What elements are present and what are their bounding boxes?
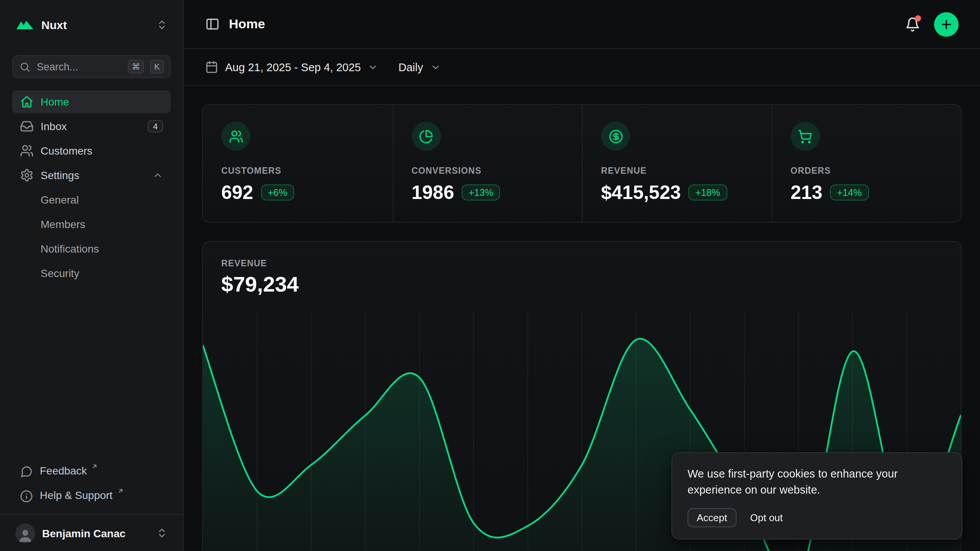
chevron-down-icon xyxy=(430,62,441,72)
workspace-switcher[interactable]: Nuxt xyxy=(12,6,171,43)
page-title: Home xyxy=(229,16,265,32)
external-link-icon xyxy=(117,487,124,494)
sidebar-item-home[interactable]: Home xyxy=(12,90,171,113)
filter-toolbar: Aug 21, 2025 - Sep 4, 2025 Daily xyxy=(184,49,980,86)
sidebar-item-notifications[interactable]: Notifications xyxy=(12,237,171,260)
chevrons-up-down-icon xyxy=(156,19,168,30)
search-icon xyxy=(19,61,31,72)
stat-card-revenue[interactable]: REVENUE $415,523 +18% xyxy=(582,105,771,222)
sidebar-item-customers[interactable]: Customers xyxy=(12,139,171,162)
date-range-label: Aug 21, 2025 - Sep 4, 2025 xyxy=(225,61,361,73)
external-link-icon xyxy=(91,463,98,470)
sidebar-footer: Feedback Help & Support xyxy=(0,461,183,514)
cookie-message: We use first-party cookies to enhance yo… xyxy=(688,466,946,498)
stat-card-orders[interactable]: ORDERS 213 +14% xyxy=(771,105,961,222)
notification-dot xyxy=(915,15,921,21)
sidebar-item-settings[interactable]: Settings xyxy=(12,164,171,187)
gear-icon xyxy=(20,168,34,182)
notifications-button[interactable] xyxy=(905,16,920,32)
delta-badge: +6% xyxy=(261,184,294,201)
stat-value: 692 xyxy=(221,181,253,204)
chevron-down-icon xyxy=(368,62,379,72)
inbox-count-badge: 4 xyxy=(148,120,163,132)
cookie-consent-toast: We use first-party cookies to enhance yo… xyxy=(671,452,962,540)
revenue-chart-value: $79,234 xyxy=(221,272,942,297)
stat-card-conversions[interactable]: CONVERSIONS 1986 +13% xyxy=(392,105,582,222)
plus-icon xyxy=(939,17,953,31)
shopping-cart-icon xyxy=(791,122,820,151)
kbd-cmd: ⌘ xyxy=(128,60,144,73)
feedback-link[interactable]: Feedback xyxy=(12,461,171,484)
dashboard-app: Nuxt Search... ⌘ K Home xyxy=(0,0,980,551)
granularity-select[interactable]: Daily xyxy=(399,61,441,73)
user-name: Benjamin Canac xyxy=(42,527,149,539)
chevrons-up-down-icon xyxy=(156,527,168,539)
stat-card-customers[interactable]: CUSTOMERS 692 +6% xyxy=(203,105,392,222)
circle-dollar-icon xyxy=(601,122,630,151)
users-icon xyxy=(20,144,34,158)
sidebar-item-security[interactable]: Security xyxy=(12,262,171,285)
sidebar-toggle-button[interactable] xyxy=(205,17,220,31)
nuxt-logo-icon xyxy=(15,18,34,31)
add-button[interactable] xyxy=(934,12,959,36)
sidebar-top: Nuxt xyxy=(0,0,183,43)
sidebar-item-members[interactable]: Members xyxy=(12,213,171,236)
delta-badge: +14% xyxy=(830,184,869,201)
workspace-name: Nuxt xyxy=(41,18,149,31)
user-menu[interactable]: Benjamin Canac xyxy=(0,514,183,551)
granularity-label: Daily xyxy=(399,61,423,73)
kbd-k: K xyxy=(150,60,164,73)
delta-badge: +13% xyxy=(462,184,500,201)
info-icon xyxy=(20,490,33,503)
chat-bubble-icon xyxy=(20,465,33,478)
stat-value: $415,523 xyxy=(601,181,681,204)
help-support-link[interactable]: Help & Support xyxy=(12,485,171,508)
avatar xyxy=(15,523,35,543)
sidebar-item-inbox[interactable]: Inbox 4 xyxy=(12,115,171,138)
sidebar-spacer xyxy=(0,285,183,461)
revenue-chart-label: REVENUE xyxy=(221,259,942,268)
pie-chart-icon xyxy=(412,122,441,151)
users-icon xyxy=(221,122,250,151)
stats-row: CUSTOMERS 692 +6% CONVERSIONS 1986 +13% xyxy=(202,104,962,223)
accept-cookies-button[interactable]: Accept xyxy=(688,508,737,527)
calendar-icon xyxy=(205,60,218,73)
sidebar-item-general[interactable]: General xyxy=(12,188,171,211)
sidebar: Nuxt Search... ⌘ K Home xyxy=(0,0,184,551)
stat-value: 213 xyxy=(791,181,822,204)
search-input[interactable]: Search... ⌘ K xyxy=(12,55,171,78)
home-icon xyxy=(20,95,34,109)
inbox-icon xyxy=(20,119,34,133)
delta-badge: +18% xyxy=(689,184,727,201)
header: Home xyxy=(184,0,980,49)
search-placeholder: Search... xyxy=(37,61,122,72)
chevron-up-icon xyxy=(152,170,163,181)
stat-value: 1986 xyxy=(412,181,454,204)
date-range-picker[interactable]: Aug 21, 2025 - Sep 4, 2025 xyxy=(205,60,379,73)
sidebar-nav: Home Inbox 4 Customers Settings xyxy=(0,90,183,285)
optout-cookies-button[interactable]: Opt out xyxy=(750,512,783,523)
